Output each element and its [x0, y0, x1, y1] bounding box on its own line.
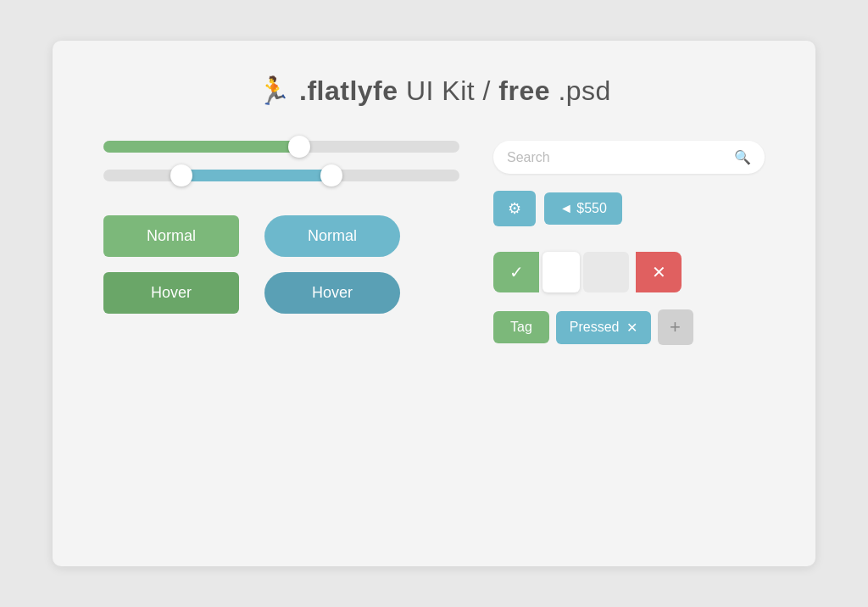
slider-blue-fill: [181, 170, 331, 181]
gear-button[interactable]: ⚙: [493, 191, 536, 226]
btn-normal-pill[interactable]: Normal: [264, 215, 400, 257]
title-end: .psd: [550, 75, 611, 106]
tag-row: Tag Pressed ✕ +: [493, 309, 765, 345]
slider-blue-track[interactable]: [103, 170, 459, 181]
title-icon: 🏃: [257, 75, 292, 106]
slider-green-fill: [103, 141, 299, 153]
controls-row: ⚙ ◄ $550: [493, 191, 765, 226]
toggle-x[interactable]: ✕: [636, 252, 682, 292]
button-col-pill: Normal Hover: [264, 215, 400, 314]
search-placeholder: Search: [507, 150, 550, 165]
search-icon: 🔍: [734, 149, 751, 165]
title-free: free: [498, 75, 550, 106]
slider-blue-thumb-left[interactable]: [170, 164, 192, 187]
slider-green-row: [103, 141, 459, 153]
price-label: ◄ $550: [559, 201, 607, 216]
price-button[interactable]: ◄ $550: [544, 192, 622, 225]
btn-normal-rect[interactable]: Normal: [103, 215, 239, 257]
pressed-button[interactable]: Pressed ✕: [556, 311, 651, 344]
btn-hover-rect[interactable]: Hover: [103, 272, 239, 314]
gear-icon: ⚙: [508, 199, 521, 218]
page-title: 🏃 .flatlyfe UI Kit / free .psd: [103, 75, 765, 107]
title-middle: UI Kit /: [406, 75, 498, 106]
right-panel: Search 🔍 ⚙ ◄ $550 ✓ ✕: [493, 141, 765, 345]
pressed-label: Pressed: [570, 320, 620, 335]
sliders-section: [103, 141, 459, 181]
btn-hover-pill[interactable]: Hover: [264, 272, 400, 314]
toggle-empty: [583, 252, 629, 292]
slider-blue-row: [103, 170, 459, 181]
pressed-x-icon: ✕: [626, 320, 637, 336]
add-button[interactable]: +: [658, 309, 693, 345]
check-icon: ✓: [509, 262, 524, 282]
brand-name: .flatlyfe: [299, 75, 398, 106]
buttons-section: Normal Hover Normal Hover: [103, 215, 459, 314]
search-box[interactable]: Search 🔍: [493, 141, 765, 174]
tag-button[interactable]: Tag: [493, 311, 549, 343]
slider-green-thumb[interactable]: [288, 136, 310, 158]
slider-green-track[interactable]: [103, 141, 459, 153]
button-col-rect: Normal Hover: [103, 215, 239, 314]
add-icon: +: [670, 316, 681, 338]
toggle-check[interactable]: ✓: [493, 252, 539, 292]
toggle-section: ✓ ✕: [493, 252, 765, 292]
left-panel: Normal Hover Normal Hover: [103, 141, 459, 345]
slider-blue-thumb-right[interactable]: [320, 164, 342, 187]
main-card: 🏃 .flatlyfe UI Kit / free .psd: [53, 41, 815, 566]
x-icon: ✕: [652, 262, 666, 282]
toggle-thumb[interactable]: [542, 252, 580, 292]
